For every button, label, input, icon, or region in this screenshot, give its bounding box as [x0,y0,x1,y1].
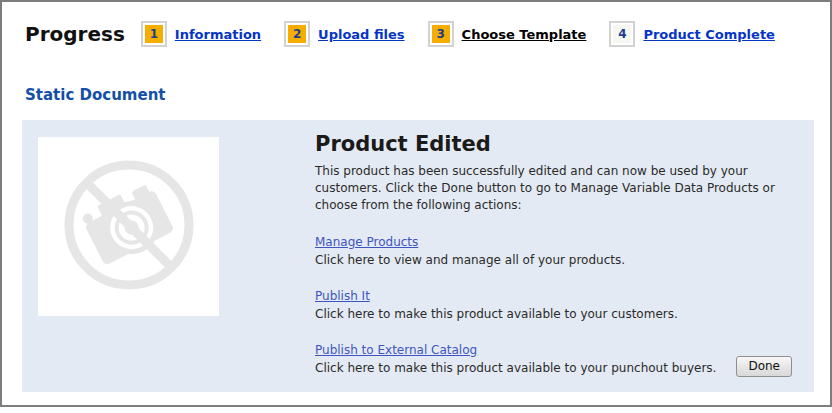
step-product-complete: 4 Product Complete [609,21,775,47]
page-frame: Progress 1 Information 2 Upload files 3 … [0,0,832,407]
step-3-link-choose-template[interactable]: Choose Template [462,27,587,42]
step-information: 1 Information [141,21,261,47]
progress-heading: Progress [25,22,125,46]
step-2-link-upload-files[interactable]: Upload files [318,27,405,42]
no-photo-camera-icon [53,149,205,305]
step-1-number-badge: 1 [141,21,167,47]
step-4-number-badge: 4 [609,21,635,47]
step-choose-template: 3 Choose Template [428,21,587,47]
page-title: Product Edited [315,132,815,156]
section-title-static-document: Static Document [25,86,166,104]
done-button[interactable]: Done [736,356,792,377]
progress-nav: Progress 1 Information 2 Upload files 3 … [25,21,798,47]
product-image-placeholder [38,137,219,316]
step-2-number-badge: 2 [284,21,310,47]
step-4-link-product-complete[interactable]: Product Complete [643,27,775,42]
result-content: Product Edited This product has been suc… [315,132,815,376]
manage-products-link[interactable]: Manage Products [315,235,418,249]
action-publish-it: Publish It Click here to make this produ… [315,285,815,322]
step-upload-files: 2 Upload files [284,21,405,47]
action-manage-products: Manage Products Click here to view and m… [315,231,815,268]
publish-external-catalog-link[interactable]: Publish to External Catalog [315,343,477,357]
step-1-link-information[interactable]: Information [175,27,261,42]
manage-products-description: Click here to view and manage all of you… [315,252,815,268]
publish-it-link[interactable]: Publish It [315,289,370,303]
main-panel: Product Edited This product has been suc… [22,120,814,392]
result-description: This product has been successfully edite… [315,163,812,214]
step-3-number-badge: 3 [428,21,454,47]
publish-it-description: Click here to make this product availabl… [315,306,815,322]
